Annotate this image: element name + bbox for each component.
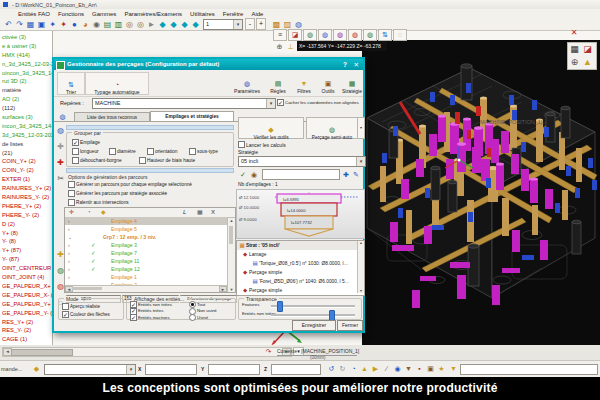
tree-item[interactable]: COIN_Y- (2) bbox=[0, 166, 52, 175]
length-checkbox[interactable] bbox=[72, 148, 79, 155]
view-top-icon[interactable]: ◍ bbox=[303, 29, 317, 41]
horizontal-scrollbar[interactable]: ◄ ► bbox=[2, 347, 292, 357]
window-new-icon[interactable]: ▩ bbox=[271, 19, 282, 30]
view-swap-icon[interactable]: ⇅ bbox=[378, 29, 392, 41]
tree-item[interactable]: Y+ (8) bbox=[0, 229, 52, 238]
dialog-help-button[interactable]: ? bbox=[343, 61, 347, 68]
strategy-name-field[interactable] bbox=[262, 169, 340, 180]
stack-checkbox[interactable] bbox=[72, 139, 79, 146]
rotate-ccw-icon[interactable]: ↺ bbox=[326, 363, 337, 374]
scrollbar-thumb[interactable] bbox=[72, 287, 102, 290]
features-slider-thumb[interactable] bbox=[277, 301, 283, 312]
slow-intersections-checkbox[interactable] bbox=[68, 199, 75, 206]
rules-button[interactable]: ▤ Règles bbox=[265, 72, 291, 93]
time-column-icon[interactable]: ◔ bbox=[87, 208, 91, 217]
stacks-h-scrollbar[interactable]: ◄ ► bbox=[65, 285, 228, 292]
stack-row[interactable]: ›✓Empilage 11 bbox=[65, 257, 227, 265]
triad-toggle-icon[interactable]: ▲ bbox=[581, 56, 594, 69]
menu-gammes[interactable]: Gammes bbox=[92, 11, 116, 17]
auto-typing-button[interactable]: ◔ Typage automatique bbox=[85, 72, 149, 95]
viewport-3d[interactable]: MACHINE_POSITION_1] ▦◪⊕▲ bbox=[362, 40, 600, 345]
tree-item[interactable]: oincon_3d_3425_14-03-202 bbox=[0, 69, 52, 78]
bias-height-checkbox[interactable] bbox=[139, 157, 146, 164]
scroll-up-icon[interactable]: ▲ bbox=[228, 218, 235, 223]
dialog-title-bar[interactable]: Gestionnaire des perçages (Configuration… bbox=[54, 59, 363, 70]
stamp-icon[interactable]: ◉ bbox=[249, 169, 259, 180]
shaded-view-icon[interactable]: ◕ bbox=[80, 19, 91, 30]
tree-item[interactable]: (21) bbox=[0, 149, 52, 158]
stack-row[interactable]: ›✓Empilage 7 bbox=[65, 249, 227, 257]
chevron-down-icon[interactable]: ▾ bbox=[266, 99, 275, 108]
view-iso-icon[interactable]: ◪ bbox=[288, 29, 302, 41]
all-radio[interactable] bbox=[189, 301, 196, 308]
apply-strategy-icon[interactable]: ✓ bbox=[238, 169, 248, 180]
chevron-down-icon[interactable]: ▾ bbox=[126, 365, 135, 374]
tree-item[interactable]: 3d_3425_12-03-2024 bbox=[0, 131, 52, 140]
strategy-tree-row[interactable]: ◆Perçage simple bbox=[237, 286, 357, 295]
view-left-icon[interactable]: ◍ bbox=[348, 29, 362, 41]
stack-row[interactable]: ›Empilage 4 bbox=[65, 217, 227, 225]
context-refresh-icon[interactable]: ↷ bbox=[264, 346, 273, 357]
tree-item[interactable]: n_3d_3425_12-03-2024 (32 bbox=[0, 60, 52, 69]
tools-button[interactable]: ▣ Outils bbox=[317, 72, 339, 93]
filter-icon[interactable]: ▼ bbox=[448, 363, 459, 374]
stack-row[interactable]: ›Empilage 1 bbox=[65, 273, 227, 281]
grid-icon[interactable]: ▦ bbox=[25, 19, 36, 30]
length-column-icon[interactable]: L bbox=[183, 208, 186, 217]
stack-row[interactable]: ›Empilage 5 bbox=[65, 225, 227, 233]
target-icon[interactable]: ◉ bbox=[392, 363, 403, 374]
axis-icon[interactable]: ⊥ bbox=[285, 41, 296, 52]
strategy-tree-row[interactable]: ◆Lamage bbox=[237, 250, 357, 259]
pin-red-icon[interactable]: ▪ bbox=[414, 363, 425, 374]
origin-icon[interactable]: ⊕ bbox=[274, 41, 285, 52]
viewport-layout-icon[interactable]: ▣ bbox=[36, 19, 47, 30]
stack-row[interactable]: ⌄Grp7 : 12 emp. / 3 niv. bbox=[65, 233, 227, 241]
menu-parametres[interactable]: Paramètres/Examens bbox=[124, 11, 182, 17]
features-slider[interactable] bbox=[271, 305, 355, 308]
tree-item[interactable]: OINT_CENTREUR (4) bbox=[0, 264, 52, 273]
redo-icon[interactable]: ↷ bbox=[14, 19, 25, 30]
render-mode-icon[interactable]: ▦ bbox=[568, 43, 581, 56]
sort-button[interactable]: ⇅ Trier bbox=[57, 72, 85, 95]
tree-item[interactable]: Y+ (87) bbox=[0, 246, 52, 255]
orientation-checkbox[interactable] bbox=[147, 148, 154, 155]
chevron-down-icon[interactable]: ▾ bbox=[233, 20, 242, 29]
table-column-icon[interactable]: ▦ bbox=[197, 208, 203, 217]
parameters-button[interactable]: ◍ Paramètres bbox=[231, 72, 263, 93]
doc-table-icon[interactable]: ▥ bbox=[113, 19, 124, 30]
splitter-bar[interactable] bbox=[66, 168, 234, 173]
add-icon[interactable]: ✚ bbox=[341, 169, 351, 180]
message-field[interactable] bbox=[460, 364, 598, 375]
tree-item[interactable]: surfaces (3) bbox=[0, 113, 52, 122]
layers-icon[interactable]: ▼ bbox=[403, 363, 414, 374]
window-open-icon[interactable]: ▨ bbox=[282, 19, 293, 30]
tree-item[interactable]: OINT_JOINT (4) bbox=[0, 273, 52, 282]
nav-up-icon[interactable]: ◆ bbox=[179, 19, 190, 30]
expander-icon[interactable]: ⌄ bbox=[68, 233, 72, 241]
strategy-tree-row[interactable]: ▤'Torique_Ø08_r0.5') n° 1030: Ø8.0000, l… bbox=[237, 259, 357, 268]
tree-item[interactable]: HMX (414) bbox=[0, 51, 52, 60]
save-button[interactable]: Enregistrer bbox=[292, 320, 336, 331]
unsorted-slider[interactable] bbox=[271, 314, 355, 317]
nav-right-icon[interactable]: ◆ bbox=[168, 19, 179, 30]
tree-item[interactable]: PHERE_Y- (2) bbox=[0, 211, 52, 220]
chevron-down-icon[interactable]: ▾ bbox=[356, 157, 365, 166]
pan-icon[interactable]: ► bbox=[146, 19, 157, 30]
doc-list-icon[interactable]: ▤ bbox=[102, 19, 113, 30]
simulate-red-icon[interactable]: ✦ bbox=[58, 19, 69, 30]
zoom-in-button[interactable]: + bbox=[256, 18, 266, 30]
tool-column-icon[interactable]: ◆ bbox=[101, 208, 106, 217]
nav-down-icon[interactable]: ◆ bbox=[190, 19, 201, 30]
close-button[interactable]: Fermer bbox=[337, 320, 363, 331]
tree-item[interactable]: incon_3d_3425_14-03-2024 bbox=[0, 122, 52, 131]
tree-item[interactable]: GE_PALPEUR_X+ (1) bbox=[0, 282, 52, 291]
realistic-preview-checkbox[interactable] bbox=[62, 303, 69, 310]
tree-item[interactable]: PHERE_Y+ (2) bbox=[0, 202, 52, 211]
scroll-right-icon[interactable]: ► bbox=[219, 286, 227, 292]
launch-calculations-checkbox[interactable] bbox=[238, 141, 245, 148]
scrollbar-thumb[interactable] bbox=[11, 349, 73, 356]
info-icon[interactable]: ◍ bbox=[293, 19, 304, 30]
diameter-checkbox[interactable] bbox=[109, 148, 116, 155]
verify-tools-button[interactable]: ◆ Vérifier les outils bbox=[238, 117, 304, 139]
star-icon[interactable]: ★ bbox=[436, 363, 447, 374]
